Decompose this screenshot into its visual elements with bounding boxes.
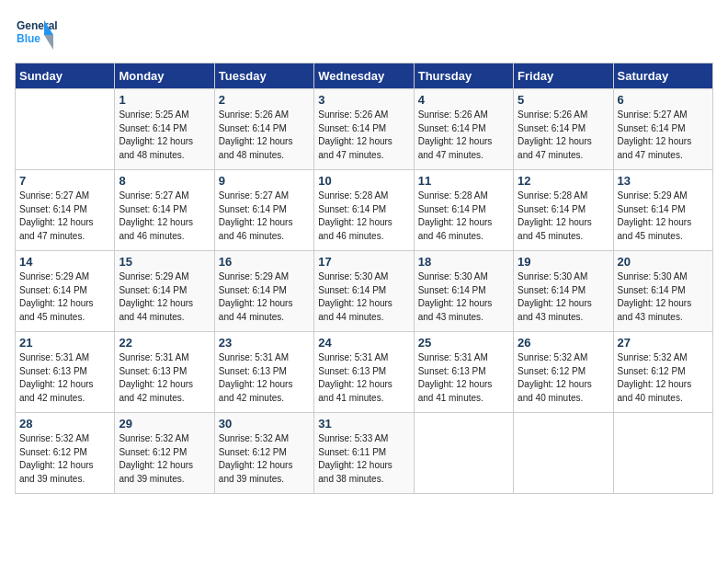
calendar-cell: 2Sunrise: 5:26 AM Sunset: 6:14 PM Daylig… [214,89,313,170]
svg-text:General: General [17,19,58,32]
day-number: 26 [518,336,609,350]
header-day-wednesday: Wednesday [314,63,414,89]
day-info: Sunrise: 5:26 AM Sunset: 6:14 PM Dayligh… [219,109,310,162]
day-number: 13 [618,174,709,188]
calendar-cell: 20Sunrise: 5:30 AM Sunset: 6:14 PM Dayli… [613,251,712,332]
day-number: 24 [318,336,409,350]
calendar-cell: 9Sunrise: 5:27 AM Sunset: 6:14 PM Daylig… [214,170,313,251]
day-info: Sunrise: 5:28 AM Sunset: 6:14 PM Dayligh… [518,190,609,243]
calendar-cell: 19Sunrise: 5:30 AM Sunset: 6:14 PM Dayli… [514,251,613,332]
day-info: Sunrise: 5:27 AM Sunset: 6:14 PM Dayligh… [119,190,210,243]
calendar-cell: 3Sunrise: 5:26 AM Sunset: 6:14 PM Daylig… [314,89,414,170]
day-number: 7 [19,174,110,188]
header-day-sunday: Sunday [16,63,115,89]
day-info: Sunrise: 5:30 AM Sunset: 6:14 PM Dayligh… [518,270,609,324]
day-number: 12 [518,174,609,188]
day-info: Sunrise: 5:27 AM Sunset: 6:14 PM Dayligh… [19,190,110,243]
calendar-cell: 31Sunrise: 5:33 AM Sunset: 6:11 PM Dayli… [314,413,414,494]
calendar-header-row: SundayMondayTuesdayWednesdayThursdayFrid… [16,63,713,89]
day-number: 17 [318,255,409,269]
calendar-cell: 27Sunrise: 5:32 AM Sunset: 6:12 PM Dayli… [613,332,712,413]
day-number: 25 [418,336,509,350]
header-day-thursday: Thursday [414,63,513,89]
calendar-cell: 1Sunrise: 5:25 AM Sunset: 6:14 PM Daylig… [115,89,214,170]
day-number: 1 [119,93,210,107]
day-info: Sunrise: 5:28 AM Sunset: 6:14 PM Dayligh… [418,190,509,243]
day-info: Sunrise: 5:33 AM Sunset: 6:11 PM Dayligh… [318,432,409,486]
calendar-cell: 29Sunrise: 5:32 AM Sunset: 6:12 PM Dayli… [115,413,214,494]
day-info: Sunrise: 5:32 AM Sunset: 6:12 PM Dayligh… [219,432,310,486]
day-number: 22 [119,336,210,350]
calendar-cell: 12Sunrise: 5:28 AM Sunset: 6:14 PM Dayli… [514,170,613,251]
calendar-cell: 7Sunrise: 5:27 AM Sunset: 6:14 PM Daylig… [16,170,115,251]
calendar-week-row: 7Sunrise: 5:27 AM Sunset: 6:14 PM Daylig… [16,170,713,251]
day-info: Sunrise: 5:29 AM Sunset: 6:14 PM Dayligh… [219,270,310,324]
day-number: 3 [318,93,409,107]
day-info: Sunrise: 5:31 AM Sunset: 6:13 PM Dayligh… [318,351,409,405]
calendar-cell: 23Sunrise: 5:31 AM Sunset: 6:13 PM Dayli… [214,332,313,413]
day-info: Sunrise: 5:32 AM Sunset: 6:12 PM Dayligh… [119,432,210,486]
calendar-cell: 16Sunrise: 5:29 AM Sunset: 6:14 PM Dayli… [214,251,313,332]
day-info: Sunrise: 5:31 AM Sunset: 6:13 PM Dayligh… [19,351,110,405]
calendar-cell: 5Sunrise: 5:26 AM Sunset: 6:14 PM Daylig… [514,89,613,170]
day-number: 16 [219,255,310,269]
calendar-cell: 13Sunrise: 5:29 AM Sunset: 6:14 PM Dayli… [613,170,712,251]
calendar-cell: 14Sunrise: 5:29 AM Sunset: 6:14 PM Dayli… [16,251,115,332]
day-number: 9 [219,174,310,188]
calendar-week-row: 28Sunrise: 5:32 AM Sunset: 6:12 PM Dayli… [16,413,713,494]
day-number: 2 [219,93,310,107]
day-number: 20 [618,255,709,269]
calendar-cell: 24Sunrise: 5:31 AM Sunset: 6:13 PM Dayli… [314,332,414,413]
calendar-week-row: 21Sunrise: 5:31 AM Sunset: 6:13 PM Dayli… [16,332,713,413]
day-info: Sunrise: 5:32 AM Sunset: 6:12 PM Dayligh… [618,351,709,405]
day-info: Sunrise: 5:25 AM Sunset: 6:14 PM Dayligh… [119,109,210,162]
day-number: 4 [418,93,509,107]
day-info: Sunrise: 5:30 AM Sunset: 6:14 PM Dayligh… [418,270,509,324]
day-info: Sunrise: 5:29 AM Sunset: 6:14 PM Dayligh… [618,190,709,243]
calendar-cell: 15Sunrise: 5:29 AM Sunset: 6:14 PM Dayli… [115,251,214,332]
day-number: 23 [219,336,310,350]
day-number: 18 [418,255,509,269]
day-info: Sunrise: 5:27 AM Sunset: 6:14 PM Dayligh… [618,109,709,162]
calendar-cell: 30Sunrise: 5:32 AM Sunset: 6:12 PM Dayli… [214,413,313,494]
day-info: Sunrise: 5:31 AM Sunset: 6:13 PM Dayligh… [119,351,210,405]
calendar-cell: 25Sunrise: 5:31 AM Sunset: 6:13 PM Dayli… [414,332,513,413]
calendar-week-row: 14Sunrise: 5:29 AM Sunset: 6:14 PM Dayli… [16,251,713,332]
page-header: General Blue [15,15,713,55]
day-info: Sunrise: 5:31 AM Sunset: 6:13 PM Dayligh… [219,351,310,405]
day-info: Sunrise: 5:32 AM Sunset: 6:12 PM Dayligh… [518,351,609,405]
calendar-cell: 18Sunrise: 5:30 AM Sunset: 6:14 PM Dayli… [414,251,513,332]
day-number: 10 [318,174,409,188]
day-number: 8 [119,174,210,188]
day-info: Sunrise: 5:26 AM Sunset: 6:14 PM Dayligh… [418,109,509,162]
calendar-cell: 6Sunrise: 5:27 AM Sunset: 6:14 PM Daylig… [613,89,712,170]
day-number: 27 [618,336,709,350]
day-info: Sunrise: 5:26 AM Sunset: 6:14 PM Dayligh… [318,109,409,162]
calendar-cell: 26Sunrise: 5:32 AM Sunset: 6:12 PM Dayli… [514,332,613,413]
day-info: Sunrise: 5:30 AM Sunset: 6:14 PM Dayligh… [618,270,709,324]
day-number: 6 [618,93,709,107]
header-day-saturday: Saturday [613,63,712,89]
calendar-cell: 28Sunrise: 5:32 AM Sunset: 6:12 PM Dayli… [16,413,115,494]
day-number: 11 [418,174,509,188]
calendar-cell: 22Sunrise: 5:31 AM Sunset: 6:13 PM Dayli… [115,332,214,413]
calendar-cell [613,413,712,494]
calendar-week-row: 1Sunrise: 5:25 AM Sunset: 6:14 PM Daylig… [16,89,713,170]
day-info: Sunrise: 5:26 AM Sunset: 6:14 PM Dayligh… [518,109,609,162]
calendar-cell: 21Sunrise: 5:31 AM Sunset: 6:13 PM Dayli… [16,332,115,413]
day-number: 19 [518,255,609,269]
day-info: Sunrise: 5:31 AM Sunset: 6:13 PM Dayligh… [418,351,509,405]
day-info: Sunrise: 5:29 AM Sunset: 6:14 PM Dayligh… [19,270,110,324]
logo-svg: General Blue [15,15,97,55]
header-day-monday: Monday [115,63,214,89]
calendar-cell: 10Sunrise: 5:28 AM Sunset: 6:14 PM Dayli… [314,170,414,251]
calendar-cell: 8Sunrise: 5:27 AM Sunset: 6:14 PM Daylig… [115,170,214,251]
logo: General Blue [15,15,97,55]
svg-text:Blue: Blue [17,32,40,45]
day-info: Sunrise: 5:28 AM Sunset: 6:14 PM Dayligh… [318,190,409,243]
day-number: 15 [119,255,210,269]
day-info: Sunrise: 5:27 AM Sunset: 6:14 PM Dayligh… [219,190,310,243]
calendar-cell [514,413,613,494]
day-info: Sunrise: 5:30 AM Sunset: 6:14 PM Dayligh… [318,270,409,324]
day-info: Sunrise: 5:32 AM Sunset: 6:12 PM Dayligh… [19,432,110,486]
